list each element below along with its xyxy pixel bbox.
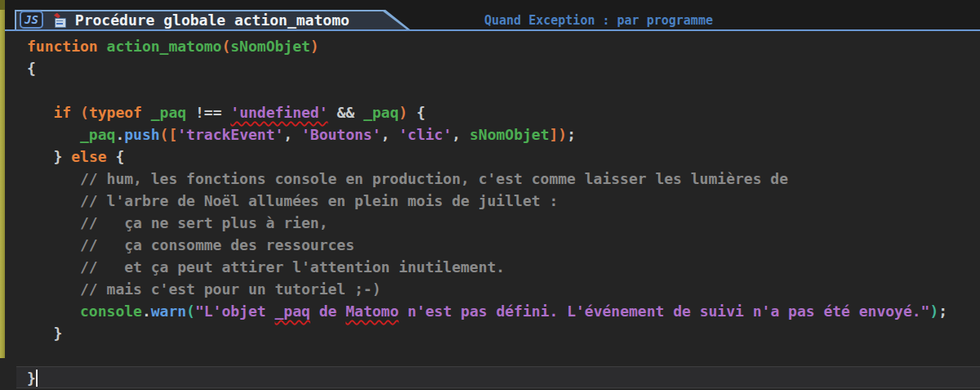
code-token-str: 'clic' bbox=[399, 126, 452, 143]
code-line[interactable]: { bbox=[5, 57, 980, 79]
code-token-pl bbox=[221, 104, 230, 121]
code-token-pun: } bbox=[54, 325, 63, 342]
code-line-current[interactable]: } bbox=[16, 366, 980, 388]
code-token-pl bbox=[62, 148, 71, 165]
code-token-pun: } bbox=[27, 370, 36, 387]
code-token-pun: { bbox=[27, 60, 36, 77]
code-token-cmt: // ça ne sert plus à rien, bbox=[80, 214, 327, 231]
code-token-pl bbox=[27, 148, 54, 165]
ide-window: JS Procédure globale action_matomo Quand… bbox=[0, 0, 980, 390]
code-token-pl bbox=[142, 104, 151, 121]
code-token-strx: 'undefined' bbox=[230, 104, 327, 121]
left-accent-bar-top bbox=[0, 0, 5, 10]
code-token-pl bbox=[71, 104, 80, 121]
code-token-pl bbox=[186, 104, 195, 121]
code-token-kw: if bbox=[54, 104, 72, 121]
code-token-pl bbox=[292, 126, 301, 143]
code-token-pl bbox=[27, 303, 80, 320]
code-token-pl bbox=[27, 258, 80, 276]
code-line[interactable] bbox=[5, 344, 980, 366]
js-file-type-icon: JS bbox=[20, 11, 43, 29]
code-token-pun: && bbox=[336, 104, 354, 121]
code-token-pun: , bbox=[283, 126, 292, 143]
code-line[interactable]: } bbox=[5, 322, 980, 344]
code-token-pun: { bbox=[416, 104, 425, 121]
code-token-fn: push bbox=[124, 126, 159, 143]
code-token-strx: _paq bbox=[274, 303, 310, 320]
code-token-pun: ; bbox=[938, 303, 947, 320]
code-token-cmt: // l'arbre de Noël allumées en plein moi… bbox=[80, 192, 558, 209]
text-cursor bbox=[36, 370, 38, 387]
code-token-pun: . bbox=[142, 303, 151, 320]
code-token-cmt: // ça consomme des ressources bbox=[80, 236, 354, 253]
code-token-str: n'est pas défini. L'événement de suivi n… bbox=[399, 303, 929, 320]
code-token-pun: } bbox=[54, 148, 63, 165]
code-token-pl bbox=[27, 192, 80, 209]
code-token-pl bbox=[461, 126, 470, 143]
code-token-br: ]) bbox=[550, 126, 568, 143]
code-token-pun: . bbox=[115, 126, 124, 143]
code-token-br: ([ bbox=[160, 126, 178, 143]
code-token-kw: function bbox=[27, 38, 98, 55]
code-token-cmt: // mais c'est pour un tutoriel ;-) bbox=[80, 280, 381, 298]
code-line[interactable]: // ça consomme des ressources bbox=[5, 234, 980, 256]
code-token-id: _paq bbox=[80, 126, 115, 143]
code-token-pl bbox=[27, 280, 80, 298]
code-token-tbr: ( bbox=[186, 303, 195, 320]
code-token-pl bbox=[27, 104, 54, 121]
code-token-pun: { bbox=[115, 148, 124, 165]
code-token-br: ( bbox=[221, 38, 230, 55]
code-token-pl bbox=[27, 126, 80, 143]
code-token-fn: warn bbox=[151, 303, 186, 320]
code-token-id: console bbox=[80, 303, 142, 320]
tab-content: JS Procédure globale action_matomo bbox=[20, 10, 350, 29]
code-token-br: ) bbox=[399, 104, 408, 121]
code-token-pl bbox=[27, 214, 80, 231]
code-token-pl bbox=[107, 148, 116, 165]
tab-title: Procédure globale action_matomo bbox=[75, 11, 350, 29]
code-token-str: de bbox=[310, 303, 345, 320]
code-line[interactable]: console.warn("L'objet _paq de Matomo n'e… bbox=[5, 300, 980, 322]
code-token-pun: !== bbox=[195, 104, 222, 121]
procedure-doc-line2 bbox=[56, 23, 63, 25]
code-token-str: 'trackEvent' bbox=[177, 126, 283, 143]
code-token-str: "L'objet bbox=[195, 303, 275, 320]
code-token-str: 'Boutons' bbox=[301, 126, 381, 143]
code-token-pun: ; bbox=[567, 126, 576, 143]
code-line[interactable]: // mais c'est pour un tutoriel ;-) bbox=[5, 278, 980, 300]
code-token-strx: Matomo bbox=[345, 303, 399, 320]
left-accent-bar bbox=[0, 0, 5, 358]
code-line[interactable]: if (typeof _paq !== 'undefined' && _paq)… bbox=[5, 101, 980, 123]
code-token-pun: , bbox=[452, 126, 461, 143]
code-line[interactable]: _paq.push(['trackEvent', 'Boutons', 'cli… bbox=[5, 123, 980, 146]
code-line[interactable]: // ça ne sert plus à rien, bbox=[5, 212, 980, 234]
code-token-pl bbox=[354, 104, 363, 121]
code-token-id: _paq bbox=[363, 104, 399, 121]
global-procedure-icon bbox=[52, 13, 66, 27]
code-token-tbr: ) bbox=[929, 303, 938, 320]
code-token-pl bbox=[98, 38, 107, 55]
code-line[interactable]: // et ça peut attirer l'attention inutil… bbox=[5, 256, 980, 278]
code-line[interactable]: // l'arbre de Noël allumées en plein moi… bbox=[5, 190, 980, 212]
tab-bar: JS Procédure globale action_matomo Quand… bbox=[0, 0, 980, 31]
code-token-pl bbox=[27, 170, 80, 187]
code-token-pl bbox=[27, 236, 80, 253]
tab-procedure-action-matomo[interactable]: JS Procédure globale action_matomo bbox=[15, 10, 410, 29]
code-area: function action_matomo(sNomObjet){ if (t… bbox=[5, 35, 980, 388]
code-editor[interactable]: function action_matomo(sNomObjet){ if (t… bbox=[5, 31, 980, 390]
code-line[interactable]: // hum, les fonctions console en product… bbox=[5, 168, 980, 190]
code-token-kw: typeof bbox=[89, 104, 142, 121]
code-token-id: action_matomo bbox=[107, 38, 222, 55]
code-token-pl bbox=[408, 104, 416, 121]
code-token-pl bbox=[328, 104, 337, 121]
code-token-kw: else bbox=[71, 148, 106, 165]
code-token-pl bbox=[390, 126, 399, 143]
code-line[interactable] bbox=[5, 79, 980, 101]
code-token-pl bbox=[27, 325, 54, 342]
code-token-id: _paq bbox=[151, 104, 186, 121]
procedure-doc-line bbox=[56, 20, 63, 21]
exception-mode-link[interactable]: Quand Exception : par programme bbox=[484, 13, 713, 28]
code-token-cmt: // et ça peut attirer l'attention inutil… bbox=[80, 258, 505, 276]
code-line[interactable]: function action_matomo(sNomObjet) bbox=[5, 35, 980, 57]
code-line[interactable]: } else { bbox=[5, 146, 980, 168]
